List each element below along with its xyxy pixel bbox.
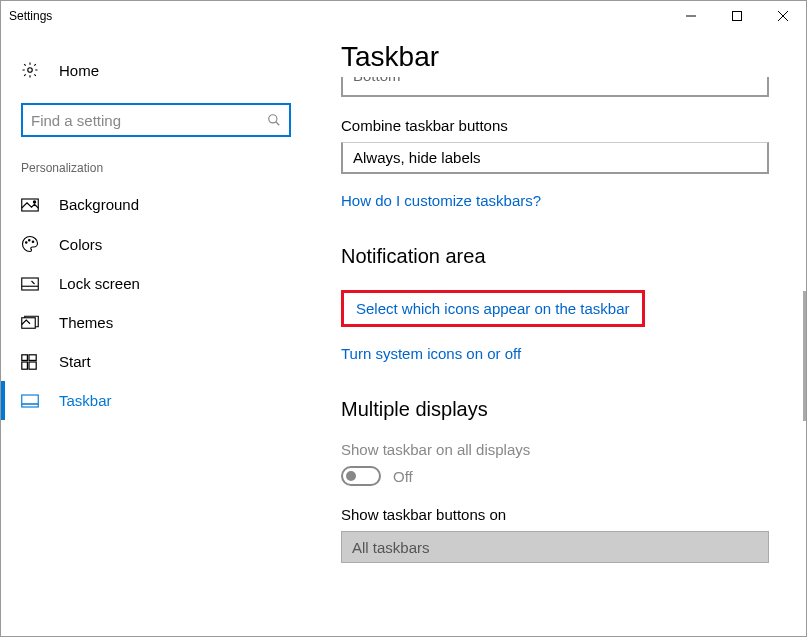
close-button[interactable] <box>760 1 806 31</box>
sidebar: Home Personalization Background Colors <box>1 31 311 636</box>
sidebar-item-label: Background <box>59 196 139 213</box>
combine-dropdown[interactable]: Always, hide labels <box>341 142 769 174</box>
window-title: Settings <box>9 9 52 23</box>
svg-point-5 <box>26 242 28 244</box>
location-dropdown[interactable]: Bottom <box>341 77 769 97</box>
search-input[interactable] <box>21 103 291 137</box>
taskbar-icon <box>21 394 41 408</box>
sidebar-item-label: Taskbar <box>59 392 112 409</box>
home-label: Home <box>59 62 99 79</box>
gear-icon <box>21 61 41 79</box>
dropdown-value: Bottom <box>353 77 401 84</box>
buttons-on-dropdown[interactable]: All taskbars <box>341 531 769 563</box>
svg-point-6 <box>29 240 31 242</box>
themes-icon <box>21 315 41 331</box>
system-icons-link[interactable]: Turn system icons on or off <box>341 345 786 362</box>
sidebar-item-label: Colors <box>59 236 102 253</box>
customize-link[interactable]: How do I customize taskbars? <box>341 192 786 209</box>
dropdown-value: All taskbars <box>352 539 430 556</box>
home-button[interactable]: Home <box>1 51 311 89</box>
svg-rect-8 <box>22 278 39 290</box>
select-icons-link[interactable]: Select which icons appear on the taskbar <box>341 290 645 327</box>
sidebar-item-colors[interactable]: Colors <box>1 224 311 264</box>
svg-rect-10 <box>22 354 28 360</box>
svg-point-7 <box>32 241 34 243</box>
sidebar-item-label: Lock screen <box>59 275 140 292</box>
svg-rect-14 <box>22 395 39 407</box>
sidebar-item-lock-screen[interactable]: Lock screen <box>1 264 311 303</box>
palette-icon <box>21 235 41 253</box>
svg-rect-11 <box>29 354 36 360</box>
minimize-button[interactable] <box>668 1 714 31</box>
main-panel: Taskbar Bottom Combine taskbar buttons A… <box>311 31 806 636</box>
titlebar: Settings <box>1 1 806 31</box>
start-icon <box>21 354 41 370</box>
show-all-toggle[interactable] <box>341 466 381 486</box>
svg-point-1 <box>28 68 33 73</box>
svg-point-2 <box>269 115 277 123</box>
sidebar-item-label: Start <box>59 353 91 370</box>
multiple-displays-heading: Multiple displays <box>341 398 786 421</box>
search-icon <box>267 113 281 127</box>
toggle-state-label: Off <box>393 468 413 485</box>
show-all-label: Show taskbar on all displays <box>341 441 786 458</box>
svg-rect-0 <box>733 12 742 21</box>
combine-label: Combine taskbar buttons <box>341 117 786 134</box>
image-icon <box>21 198 41 212</box>
maximize-button[interactable] <box>714 1 760 31</box>
svg-rect-12 <box>22 362 28 369</box>
sidebar-item-themes[interactable]: Themes <box>1 303 311 342</box>
sidebar-item-start[interactable]: Start <box>1 342 311 381</box>
svg-rect-13 <box>29 362 36 369</box>
sidebar-item-taskbar[interactable]: Taskbar <box>1 381 311 420</box>
page-title: Taskbar <box>341 41 786 73</box>
notification-heading: Notification area <box>341 245 786 268</box>
dropdown-value: Always, hide labels <box>353 149 481 166</box>
scrollbar[interactable] <box>803 291 806 421</box>
svg-point-4 <box>33 200 35 202</box>
sidebar-item-label: Themes <box>59 314 113 331</box>
lock-screen-icon <box>21 277 41 291</box>
category-label: Personalization <box>1 161 311 185</box>
buttons-on-label: Show taskbar buttons on <box>341 506 786 523</box>
sidebar-item-background[interactable]: Background <box>1 185 311 224</box>
